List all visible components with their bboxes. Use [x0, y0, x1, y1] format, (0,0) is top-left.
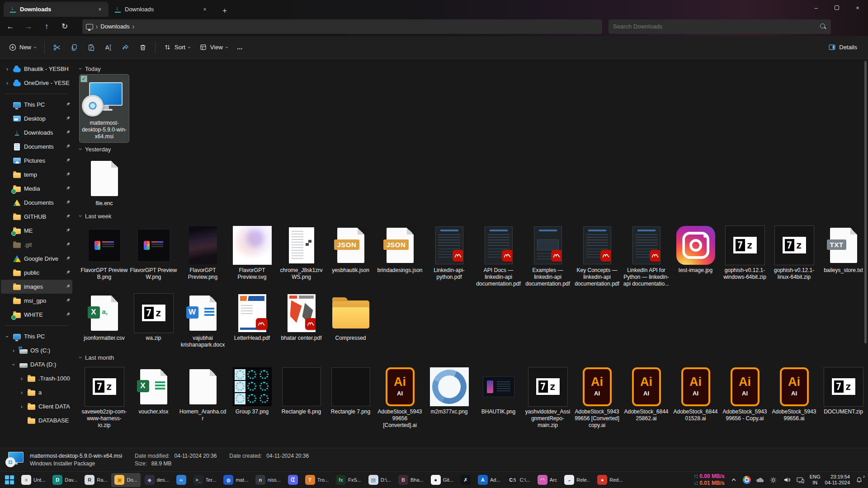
- section-header-last-month[interactable]: ›Last month: [80, 352, 868, 363]
- language-indicator[interactable]: ENGIN: [810, 474, 821, 486]
- rename-button[interactable]: [100, 40, 117, 55]
- scrollbar-thumb[interactable]: [864, 61, 867, 343]
- section-header-today[interactable]: ›Today: [80, 63, 868, 75]
- sidebar-item-this-pc[interactable]: ›This PC: [1, 329, 72, 343]
- search-icon[interactable]: [820, 23, 826, 30]
- file-tile[interactable]: API Docs — linkedin-api documentation.pd…: [474, 222, 523, 290]
- file-tile[interactable]: AiAIAdobeStock_684425862.ai: [622, 363, 671, 424]
- selected-checkbox[interactable]: ✓: [80, 75, 87, 82]
- chevron-right-icon[interactable]: ›: [5, 66, 10, 72]
- sidebar-item-downloads[interactable]: ↓Downloads: [1, 126, 72, 140]
- sidebar-item-data-d-[interactable]: ›DATA (D:): [1, 357, 72, 371]
- sidebar-item--git[interactable]: .git: [1, 238, 72, 252]
- taskbar-app-generic-dark[interactable]: ◆des...: [142, 473, 172, 487]
- taskbar-app-generic-orange[interactable]: TTro...: [302, 473, 332, 487]
- taskbar-app-davinci[interactable]: DDav...: [49, 473, 80, 487]
- file-tile[interactable]: BHAUTIK.png: [474, 363, 523, 418]
- sidebar-item-os-c-[interactable]: ›OS (C:): [1, 343, 72, 357]
- share-button[interactable]: [117, 40, 134, 55]
- up-button[interactable]: ↑: [39, 20, 54, 33]
- taskbar-app-x-app[interactable]: ✗: [458, 473, 474, 487]
- file-tile[interactable]: 7zgophish-v0.12.1-linux-64bit.zip: [769, 222, 819, 283]
- file-tile[interactable]: m2m377xc.png: [425, 363, 474, 418]
- taskbar-app-fxsound[interactable]: fxFxS...: [333, 473, 364, 487]
- file-tile[interactable]: 7zgophish-v0.12.1-windows-64bit.zip: [720, 222, 769, 283]
- sidebar-item-documents[interactable]: Documents: [1, 140, 72, 154]
- notification-bell-icon[interactable]: z: [854, 475, 863, 484]
- file-tile[interactable]: Compressed: [326, 290, 375, 344]
- taskbar-app-generic-dark3[interactable]: BBha...: [395, 473, 427, 487]
- sidebar-item-google-drive[interactable]: Google Drive: [1, 252, 72, 266]
- cut-button[interactable]: [48, 40, 66, 55]
- chevron-right-icon[interactable]: ›: [11, 347, 16, 354]
- sidebar-item-a[interactable]: ›a: [1, 385, 72, 399]
- sidebar-item-github[interactable]: GITHUB: [1, 210, 72, 224]
- chevron-down-icon[interactable]: ›: [4, 334, 10, 339]
- file-tile[interactable]: Linkedin-api-python.pdf: [425, 222, 474, 283]
- search-box[interactable]: [609, 19, 831, 34]
- file-tile[interactable]: Wvajubhai krishanapark.docx: [178, 290, 227, 351]
- section-header-yesterday[interactable]: ›Yesterday: [80, 143, 868, 155]
- file-tile[interactable]: JSONbrindadesings.json: [375, 222, 425, 276]
- taskbar-app-generic-dark2[interactable]: nniss...: [252, 473, 284, 487]
- tab-close-icon[interactable]: ×: [201, 5, 209, 14]
- sidebar-item-temp[interactable]: temp: [1, 168, 72, 182]
- close-button[interactable]: ×: [847, 0, 868, 15]
- taskbar-app-vscode[interactable]: ‹›: [173, 473, 189, 487]
- chevron-right-icon[interactable]: ›: [5, 80, 10, 86]
- taskbar-app-cmd[interactable]: C:\C:\...: [505, 473, 533, 487]
- file-tile[interactable]: Xa,jsonformatter.csv: [80, 290, 129, 344]
- address-bar[interactable]: › Downloads ›: [82, 19, 602, 34]
- taskbar-app-notepad[interactable]: ≡Unt...: [18, 473, 48, 487]
- file-tile[interactable]: Rectangle 6.png: [277, 363, 326, 418]
- file-tile[interactable]: bhatar center.pdf: [277, 290, 326, 344]
- file-tile[interactable]: 7zsaveweb2zip-com-www-harness-io.zip: [80, 363, 129, 431]
- file-tile[interactable]: FlavorGPT Preview B.png: [80, 222, 129, 283]
- file-tile[interactable]: LinkedIn API for Python — linkedin-api d…: [622, 222, 671, 290]
- new-button[interactable]: New ›: [5, 40, 41, 55]
- taskbar-app-generic-red[interactable]: ●Red...: [594, 473, 626, 487]
- sidebar-item-me[interactable]: ME: [1, 224, 72, 238]
- taskbar-app-discord[interactable]: ᗧ: [285, 473, 301, 487]
- breadcrumb[interactable]: Downloads: [100, 23, 129, 30]
- file-tile[interactable]: 7zyashvidotdev_AssignmentRepo-main.zip: [523, 363, 572, 431]
- explorer-tab[interactable]: Downloads×: [4, 2, 108, 17]
- start-button[interactable]: [2, 473, 17, 487]
- sidebar-item-pictures[interactable]: Pictures: [1, 154, 72, 168]
- file-tile[interactable]: 7zDOCUMENT.zip: [819, 363, 868, 418]
- maximize-button[interactable]: [826, 0, 847, 15]
- details-pane-button[interactable]: Details: [824, 40, 862, 55]
- file-tile[interactable]: AiAIAdobeStock_594399656 [Converted] cop…: [572, 363, 622, 431]
- taskbar-app-terminal[interactable]: >_Ter...: [190, 473, 220, 487]
- sidebar-item-white[interactable]: WHITE: [1, 308, 72, 322]
- tab-close-icon[interactable]: ×: [96, 5, 104, 14]
- explorer-tab[interactable]: Downloads×: [108, 2, 213, 17]
- file-tile[interactable]: Key Concepts — linkedin-api documentatio…: [572, 222, 622, 290]
- file-tile[interactable]: LetterHead.pdf: [227, 290, 277, 344]
- file-tile[interactable]: TXTbaileys_store.txt: [819, 222, 868, 276]
- file-tile[interactable]: file.enc: [80, 155, 129, 209]
- copy-button[interactable]: [66, 40, 83, 55]
- sidebar-item-msi-gpo[interactable]: msi_gpo: [1, 294, 72, 308]
- cast-device-icon[interactable]: [796, 475, 805, 484]
- file-tile[interactable]: AiAIAdobeStock_594399656 [Converted].ai: [375, 363, 425, 431]
- sidebar-item-onedrive-yese[interactable]: ›OneDrive - YESE: [1, 76, 72, 90]
- new-tab-button[interactable]: +: [218, 5, 231, 17]
- section-header-last-week[interactable]: ›Last week: [80, 210, 868, 222]
- clock[interactable]: 23:19:5404-11-2024: [825, 474, 850, 486]
- sidebar-item-database[interactable]: DATABASE: [1, 413, 72, 427]
- file-tile[interactable]: FlavorGPT Preview W.png: [129, 222, 178, 283]
- refresh-button[interactable]: ↻: [57, 20, 72, 33]
- taskbar-app-explorer-window[interactable]: ▤D:\...: [365, 473, 394, 487]
- file-tile[interactable]: FlavorGPT Preview.png: [178, 222, 227, 283]
- chevron-down-icon[interactable]: ›: [10, 362, 17, 367]
- file-tile[interactable]: Rectangle 7.png: [326, 363, 375, 418]
- volume-icon[interactable]: [783, 475, 792, 484]
- taskbar-app-file-explorer[interactable]: ▣Do...: [111, 473, 140, 487]
- more-options-button[interactable]: …: [232, 40, 247, 55]
- chevron-right-icon[interactable]: ›: [19, 375, 24, 382]
- forward-button[interactable]: →: [21, 20, 36, 33]
- sidebar-item--trash-1000[interactable]: ›.Trash-1000: [1, 371, 72, 385]
- taskbar-app-mattermost[interactable]: ◍mat...: [220, 473, 251, 487]
- network-speed-indicator[interactable]: ↑: 0.00 MB/s ↓: 0.01 MB/s: [693, 473, 725, 487]
